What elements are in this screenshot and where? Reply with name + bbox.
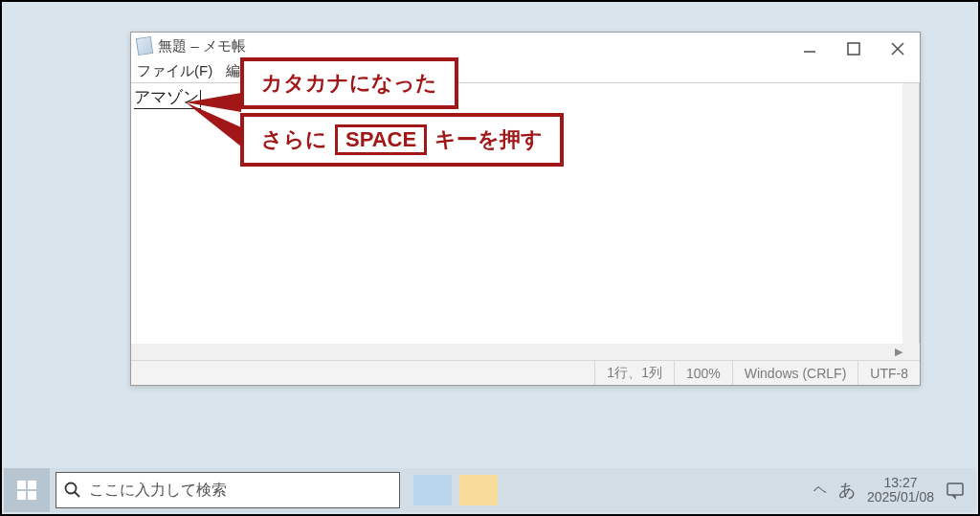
callout-text-post: キーを押す <box>434 125 543 154</box>
maximize-button[interactable] <box>832 33 876 65</box>
svg-rect-9 <box>28 491 36 500</box>
status-position: 1行、1列 <box>594 361 674 385</box>
status-line-ending: Windows (CRLF) <box>732 361 858 385</box>
callout-space-key: さらに SPACE キーを押す <box>240 113 564 167</box>
editor-content: アマゾン <box>134 86 201 109</box>
vertical-scrollbar[interactable] <box>902 83 919 344</box>
taskbar: ここに入力して検索 ヘ あ 13:27 2025/01/08 <box>4 468 976 512</box>
window-title: 無題 – メモ帳 <box>158 37 246 56</box>
status-zoom: 100% <box>674 361 732 385</box>
start-button[interactable] <box>4 468 50 512</box>
svg-rect-1 <box>848 43 859 55</box>
search-icon <box>64 482 81 499</box>
windows-icon <box>17 481 36 500</box>
statusbar: 1行、1列 100% Windows (CRLF) UTF-8 <box>131 360 920 385</box>
text-cursor <box>200 90 201 107</box>
clock-date: 2025/01/08 <box>867 490 934 505</box>
menu-file[interactable]: ファイル(F) <box>137 62 212 80</box>
svg-point-10 <box>66 483 77 494</box>
key-label: SPACE <box>335 124 427 155</box>
close-button[interactable] <box>876 33 920 65</box>
status-encoding: UTF-8 <box>858 361 920 385</box>
document-icon <box>136 36 153 56</box>
svg-rect-12 <box>947 483 963 495</box>
search-placeholder: ここに入力して検索 <box>89 481 227 501</box>
taskbar-app-1[interactable] <box>413 475 452 505</box>
taskbar-app-2[interactable] <box>459 475 498 505</box>
system-tray: ヘ あ 13:27 2025/01/08 <box>813 476 976 505</box>
svg-rect-8 <box>17 491 26 500</box>
svg-rect-6 <box>17 481 26 489</box>
clock[interactable]: 13:27 2025/01/08 <box>867 476 934 505</box>
ime-indicator[interactable]: あ <box>838 479 856 502</box>
taskbar-apps <box>413 475 498 505</box>
callout-katakana: カタカナになった <box>240 57 458 109</box>
notifications-icon[interactable] <box>946 481 965 500</box>
svg-rect-7 <box>28 481 36 489</box>
callout-text-pre: さらに <box>261 125 327 154</box>
scroll-right-icon[interactable]: ▶ <box>895 346 902 358</box>
tray-overflow-icon[interactable]: ヘ <box>813 482 827 499</box>
horizontal-scrollbar[interactable]: ▶ <box>131 344 920 360</box>
svg-line-11 <box>75 492 79 497</box>
clock-time: 13:27 <box>867 476 934 490</box>
minimize-button[interactable] <box>788 33 832 65</box>
callout-text: カタカナになった <box>261 69 437 98</box>
search-box[interactable]: ここに入力して検索 <box>56 472 400 508</box>
